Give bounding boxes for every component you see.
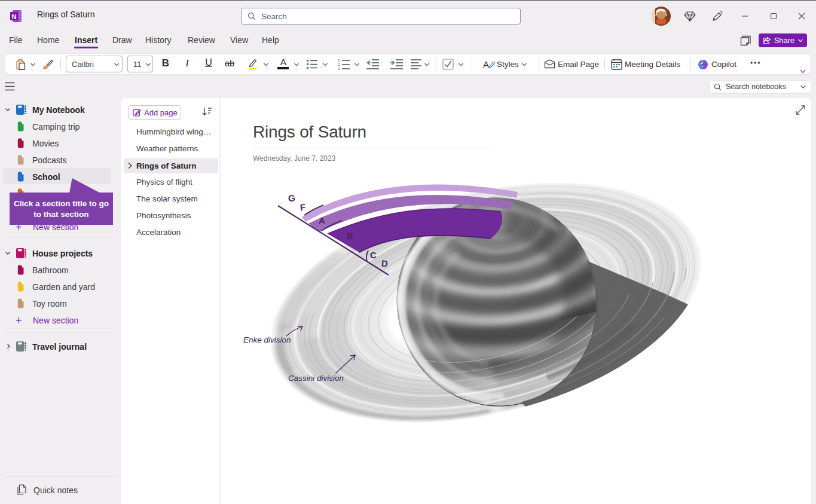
- svg-text:B: B: [347, 231, 353, 241]
- svg-text:F: F: [299, 202, 306, 213]
- svg-text:N: N: [12, 13, 17, 20]
- svg-text:3: 3: [338, 66, 340, 70]
- svg-text:Enke division: Enke division: [243, 335, 291, 344]
- svg-text:G: G: [288, 193, 296, 203]
- svg-text:A: A: [483, 59, 489, 69]
- svg-text:D: D: [381, 258, 389, 269]
- svg-text:C: C: [370, 250, 377, 260]
- svg-text:2: 2: [338, 62, 340, 66]
- svg-text:Cassini division: Cassini division: [288, 374, 344, 383]
- svg-text:1: 1: [338, 58, 340, 62]
- svg-text:A: A: [319, 215, 325, 225]
